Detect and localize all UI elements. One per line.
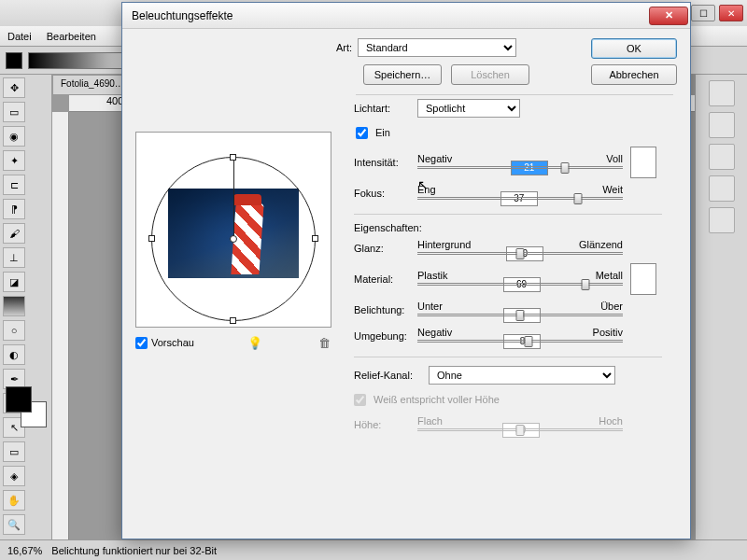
- dialog-title: Beleuchtungseffekte: [132, 9, 233, 22]
- ambience-left: Negativ: [417, 327, 452, 338]
- document-tab[interactable]: Fotolia_4690…: [52, 75, 133, 95]
- stamp-tool[interactable]: ⊥: [3, 247, 25, 268]
- marquee-tool[interactable]: ▭: [3, 102, 25, 122]
- gloss-label: Glanz:: [354, 243, 410, 254]
- panel-icon[interactable]: [709, 175, 735, 202]
- relief-label: Relief-Kanal:: [354, 370, 421, 381]
- panel-icon[interactable]: [709, 207, 735, 233]
- height-right: Hoch: [599, 415, 623, 427]
- ok-button[interactable]: OK: [591, 38, 677, 59]
- dialog-close-button[interactable]: ✕: [649, 7, 688, 25]
- gloss-slider[interactable]: [417, 250, 623, 259]
- light-color-swatch[interactable]: [630, 147, 656, 178]
- panel-icon[interactable]: [709, 144, 735, 170]
- toolbox: ✥ ▭ ◉ ✦ ⊏ ⁋ 🖌 ⊥ ◪ ○ ◐ ✒ T ↖ ▭ ◈ ✋ 🔍: [0, 75, 52, 539]
- intensity-left: Negativ: [417, 153, 452, 164]
- focus-left: Eng: [417, 184, 436, 195]
- brush-tool[interactable]: 🖌: [3, 223, 25, 244]
- style-label: Art:: [135, 42, 352, 53]
- ambient-color-swatch[interactable]: [630, 263, 656, 295]
- lighttype-label: Lichtart:: [354, 103, 410, 114]
- foreground-swatch[interactable]: [6, 52, 22, 69]
- properties-label: Eigenschaften:: [354, 222, 677, 233]
- exposure-slider[interactable]: [417, 312, 623, 321]
- lighting-effects-dialog: Beleuchtungseffekte ✕ OK Abbrechen Art: …: [121, 2, 691, 539]
- height-label: Höhe:: [354, 419, 410, 430]
- lightbulb-icon[interactable]: 💡: [247, 335, 262, 350]
- focus-right: Weit: [602, 184, 623, 195]
- app-close-button[interactable]: ✕: [719, 5, 743, 21]
- material-left: Plastik: [417, 270, 447, 281]
- exposure-right: Über: [600, 301, 623, 312]
- height-left: Flach: [417, 415, 443, 427]
- material-label: Material:: [354, 273, 410, 285]
- ambience-right: Positiv: [593, 327, 623, 338]
- panel-dock: [695, 75, 747, 539]
- panel-icon[interactable]: [709, 80, 735, 106]
- color-swatches[interactable]: [6, 386, 47, 427]
- preview-check-input[interactable]: [135, 337, 148, 349]
- material-right: Metall: [596, 270, 623, 281]
- ruler-vertical: [52, 112, 69, 539]
- light-on-checkbox[interactable]: Ein: [356, 122, 677, 143]
- menu-file[interactable]: Datei: [7, 31, 32, 42]
- status-text: Belichtung funktioniert nur bei 32-Bit: [51, 545, 217, 556]
- zoom-tool[interactable]: 🔍: [3, 514, 25, 535]
- blur-tool[interactable]: ○: [3, 320, 25, 341]
- white-high-label: Weiß entspricht voller Höhe: [374, 394, 500, 405]
- intensity-slider[interactable]: [417, 164, 623, 174]
- focus-label: Fokus:: [354, 188, 410, 199]
- eyedropper-tool[interactable]: ⁋: [3, 199, 25, 219]
- white-high-checkbox: Weiß entspricht voller Höhe: [354, 389, 677, 410]
- intensity-right: Voll: [606, 153, 623, 164]
- dialog-titlebar[interactable]: Beleuchtungseffekte ✕: [122, 3, 690, 29]
- maximize-button[interactable]: ☐: [691, 5, 715, 21]
- exposure-left: Unter: [417, 301, 443, 312]
- panel-icon[interactable]: [709, 112, 735, 138]
- divider: [356, 94, 673, 95]
- light-on-label: Ein: [375, 127, 390, 138]
- intensity-label: Intensität:: [354, 157, 410, 168]
- focus-slider[interactable]: [417, 195, 623, 204]
- status-bar: 16,67% Belichtung funktioniert nur bei 3…: [0, 539, 747, 560]
- eraser-tool[interactable]: ◪: [3, 272, 25, 292]
- height-slider: [417, 427, 623, 436]
- crop-tool[interactable]: ⊏: [3, 175, 25, 195]
- gloss-right: Glänzend: [579, 239, 623, 250]
- save-button[interactable]: Speichern…: [363, 64, 442, 85]
- move-tool[interactable]: ✥: [3, 77, 25, 98]
- gloss-left: Hintergrund: [417, 239, 471, 250]
- zoom-level[interactable]: 16,67%: [7, 545, 42, 556]
- preview-label: Vorschau: [151, 337, 194, 348]
- wand-tool[interactable]: ✦: [3, 150, 25, 171]
- trash-icon[interactable]: 🗑: [317, 335, 331, 350]
- material-slider[interactable]: [417, 281, 623, 290]
- ambience-slider[interactable]: [417, 338, 623, 347]
- lighttype-select[interactable]: Spotlicht: [417, 99, 520, 118]
- exposure-label: Belichtung:: [354, 304, 410, 315]
- style-select[interactable]: Standard: [358, 38, 516, 57]
- preview-canvas[interactable]: [135, 132, 331, 328]
- light-ellipse[interactable]: [151, 157, 316, 321]
- dodge-tool[interactable]: ◐: [3, 344, 25, 365]
- relief-select[interactable]: Ohne: [429, 366, 615, 385]
- lasso-tool[interactable]: ◉: [3, 126, 25, 147]
- menu-edit[interactable]: Bearbeiten: [47, 31, 96, 42]
- ambience-label: Umgebung:: [354, 330, 410, 342]
- 3d-tool[interactable]: ◈: [3, 466, 25, 486]
- gradient-tool[interactable]: [3, 296, 25, 316]
- hand-tool[interactable]: ✋: [3, 490, 25, 511]
- delete-button[interactable]: Löschen: [451, 64, 529, 85]
- cancel-button[interactable]: Abbrechen: [591, 64, 677, 85]
- shape-tool[interactable]: ▭: [3, 441, 25, 462]
- preview-checkbox[interactable]: Vorschau: [135, 337, 194, 349]
